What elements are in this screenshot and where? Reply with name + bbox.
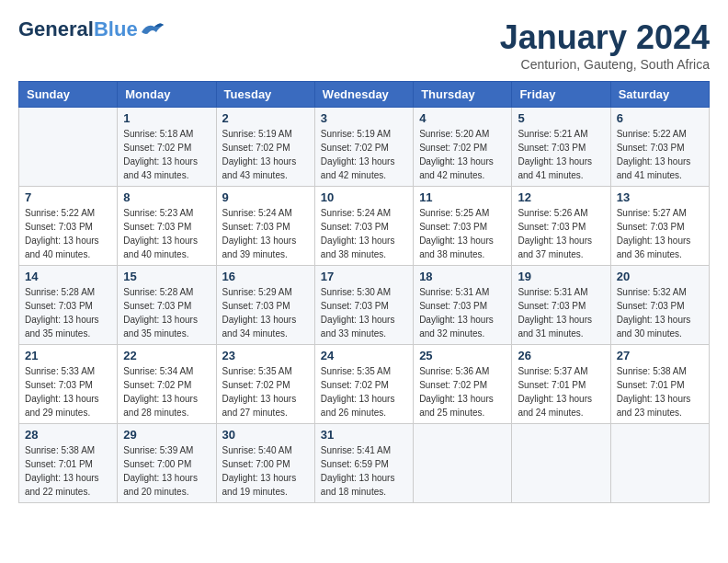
- day-number: 30: [222, 428, 309, 442]
- day-info: Sunrise: 5:35 AMSunset: 7:02 PMDaylight:…: [321, 364, 407, 419]
- table-row: 30 Sunrise: 5:40 AMSunset: 7:00 PMDaylig…: [216, 424, 314, 503]
- day-number: 9: [222, 190, 309, 204]
- table-row: 7 Sunrise: 5:22 AMSunset: 7:03 PMDayligh…: [19, 187, 118, 266]
- table-row: 4 Sunrise: 5:20 AMSunset: 7:02 PMDayligh…: [414, 108, 512, 187]
- day-info: Sunrise: 5:19 AMSunset: 7:02 PMDaylight:…: [321, 127, 407, 182]
- day-info: Sunrise: 5:21 AMSunset: 7:03 PMDaylight:…: [518, 127, 604, 182]
- day-number: 19: [518, 270, 604, 283]
- day-number: 5: [518, 111, 604, 125]
- day-info: Sunrise: 5:36 AMSunset: 7:02 PMDaylight:…: [419, 364, 506, 419]
- table-row: 14 Sunrise: 5:28 AMSunset: 7:03 PMDaylig…: [19, 266, 118, 345]
- col-sunday: Sunday: [19, 82, 118, 108]
- day-number: 28: [25, 428, 111, 442]
- day-number: 16: [222, 270, 309, 283]
- logo: GeneralBlue: [18, 18, 165, 40]
- day-number: 20: [617, 270, 703, 283]
- col-wednesday: Wednesday: [314, 82, 413, 108]
- table-row: 16 Sunrise: 5:29 AMSunset: 7:03 PMDaylig…: [216, 266, 314, 345]
- day-number: 23: [222, 349, 309, 362]
- day-info: Sunrise: 5:20 AMSunset: 7:02 PMDaylight:…: [419, 127, 506, 182]
- calendar-subtitle: Centurion, Gauteng, South Africa: [500, 57, 710, 72]
- day-number: 6: [617, 111, 703, 125]
- day-info: Sunrise: 5:19 AMSunset: 7:02 PMDaylight:…: [222, 127, 309, 182]
- day-number: 24: [321, 349, 407, 362]
- day-info: Sunrise: 5:38 AMSunset: 7:01 PMDaylight:…: [617, 364, 703, 419]
- col-tuesday: Tuesday: [216, 82, 314, 108]
- day-info: Sunrise: 5:38 AMSunset: 7:01 PMDaylight:…: [25, 443, 111, 499]
- day-number: 1: [123, 111, 210, 125]
- table-row: 9 Sunrise: 5:24 AMSunset: 7:03 PMDayligh…: [216, 187, 314, 266]
- day-info: Sunrise: 5:35 AMSunset: 7:02 PMDaylight:…: [222, 364, 309, 419]
- table-row: 27 Sunrise: 5:38 AMSunset: 7:01 PMDaylig…: [610, 345, 709, 424]
- table-row: [610, 424, 709, 503]
- calendar-title: January 2024: [500, 18, 710, 57]
- table-row: 20 Sunrise: 5:32 AMSunset: 7:03 PMDaylig…: [610, 266, 709, 345]
- day-number: 3: [321, 111, 407, 125]
- day-info: Sunrise: 5:28 AMSunset: 7:03 PMDaylight:…: [25, 285, 111, 340]
- day-info: Sunrise: 5:25 AMSunset: 7:03 PMDaylight:…: [419, 206, 506, 261]
- table-row: 18 Sunrise: 5:31 AMSunset: 7:03 PMDaylig…: [414, 266, 512, 345]
- table-row: 24 Sunrise: 5:35 AMSunset: 7:02 PMDaylig…: [314, 345, 413, 424]
- page-header: GeneralBlue January 2024 Centurion, Gaut…: [18, 18, 710, 72]
- table-row: 5 Sunrise: 5:21 AMSunset: 7:03 PMDayligh…: [512, 108, 610, 187]
- day-number: 26: [518, 349, 604, 362]
- logo-bird-icon: [140, 19, 165, 40]
- day-info: Sunrise: 5:37 AMSunset: 7:01 PMDaylight:…: [518, 364, 604, 419]
- table-row: 1 Sunrise: 5:18 AMSunset: 7:02 PMDayligh…: [118, 108, 216, 187]
- table-row: 19 Sunrise: 5:31 AMSunset: 7:03 PMDaylig…: [512, 266, 610, 345]
- calendar-week-row: 7 Sunrise: 5:22 AMSunset: 7:03 PMDayligh…: [19, 187, 710, 266]
- day-info: Sunrise: 5:18 AMSunset: 7:02 PMDaylight:…: [123, 127, 210, 182]
- day-info: Sunrise: 5:39 AMSunset: 7:00 PMDaylight:…: [123, 443, 210, 499]
- table-row: 10 Sunrise: 5:24 AMSunset: 7:03 PMDaylig…: [314, 187, 413, 266]
- day-number: 15: [123, 270, 210, 283]
- calendar-week-row: 28 Sunrise: 5:38 AMSunset: 7:01 PMDaylig…: [19, 424, 710, 503]
- day-number: 4: [419, 111, 506, 125]
- table-row: 11 Sunrise: 5:25 AMSunset: 7:03 PMDaylig…: [414, 187, 512, 266]
- day-number: 25: [419, 349, 506, 362]
- calendar-week-row: 21 Sunrise: 5:33 AMSunset: 7:03 PMDaylig…: [19, 345, 710, 424]
- day-number: 22: [123, 349, 210, 362]
- day-info: Sunrise: 5:24 AMSunset: 7:03 PMDaylight:…: [321, 206, 407, 261]
- table-row: 31 Sunrise: 5:41 AMSunset: 6:59 PMDaylig…: [314, 424, 413, 503]
- day-info: Sunrise: 5:28 AMSunset: 7:03 PMDaylight:…: [123, 285, 210, 340]
- day-info: Sunrise: 5:22 AMSunset: 7:03 PMDaylight:…: [617, 127, 703, 182]
- day-info: Sunrise: 5:23 AMSunset: 7:03 PMDaylight:…: [123, 206, 210, 261]
- day-number: 31: [321, 428, 407, 442]
- day-info: Sunrise: 5:26 AMSunset: 7:03 PMDaylight:…: [518, 206, 604, 261]
- day-info: Sunrise: 5:22 AMSunset: 7:03 PMDaylight:…: [25, 206, 111, 261]
- day-info: Sunrise: 5:27 AMSunset: 7:03 PMDaylight:…: [617, 206, 703, 261]
- day-number: 29: [123, 428, 210, 442]
- day-number: 18: [419, 270, 506, 283]
- table-row: 25 Sunrise: 5:36 AMSunset: 7:02 PMDaylig…: [414, 345, 512, 424]
- table-row: 3 Sunrise: 5:19 AMSunset: 7:02 PMDayligh…: [314, 108, 413, 187]
- day-info: Sunrise: 5:32 AMSunset: 7:03 PMDaylight:…: [617, 285, 703, 340]
- table-row: 22 Sunrise: 5:34 AMSunset: 7:02 PMDaylig…: [118, 345, 216, 424]
- table-row: [19, 108, 118, 187]
- logo-text: GeneralBlue: [18, 18, 138, 40]
- col-monday: Monday: [118, 82, 216, 108]
- day-number: 8: [123, 190, 210, 204]
- day-info: Sunrise: 5:31 AMSunset: 7:03 PMDaylight:…: [419, 285, 506, 340]
- table-row: 28 Sunrise: 5:38 AMSunset: 7:01 PMDaylig…: [19, 424, 118, 503]
- table-row: 26 Sunrise: 5:37 AMSunset: 7:01 PMDaylig…: [512, 345, 610, 424]
- table-row: 13 Sunrise: 5:27 AMSunset: 7:03 PMDaylig…: [610, 187, 709, 266]
- day-number: 7: [25, 190, 111, 204]
- col-saturday: Saturday: [610, 82, 709, 108]
- day-number: 12: [518, 190, 604, 204]
- day-number: 11: [419, 190, 506, 204]
- table-row: 21 Sunrise: 5:33 AMSunset: 7:03 PMDaylig…: [19, 345, 118, 424]
- day-info: Sunrise: 5:24 AMSunset: 7:03 PMDaylight:…: [222, 206, 309, 261]
- table-row: 8 Sunrise: 5:23 AMSunset: 7:03 PMDayligh…: [118, 187, 216, 266]
- day-info: Sunrise: 5:33 AMSunset: 7:03 PMDaylight:…: [25, 364, 111, 419]
- calendar-week-row: 1 Sunrise: 5:18 AMSunset: 7:02 PMDayligh…: [19, 108, 710, 187]
- day-info: Sunrise: 5:34 AMSunset: 7:02 PMDaylight:…: [123, 364, 210, 419]
- day-number: 10: [321, 190, 407, 204]
- table-row: 17 Sunrise: 5:30 AMSunset: 7:03 PMDaylig…: [314, 266, 413, 345]
- calendar-table: Sunday Monday Tuesday Wednesday Thursday…: [18, 81, 710, 503]
- day-number: 17: [321, 270, 407, 283]
- calendar-header-row: Sunday Monday Tuesday Wednesday Thursday…: [19, 82, 710, 108]
- table-row: 6 Sunrise: 5:22 AMSunset: 7:03 PMDayligh…: [610, 108, 709, 187]
- day-number: 13: [617, 190, 703, 204]
- day-number: 14: [25, 270, 111, 283]
- table-row: [512, 424, 610, 503]
